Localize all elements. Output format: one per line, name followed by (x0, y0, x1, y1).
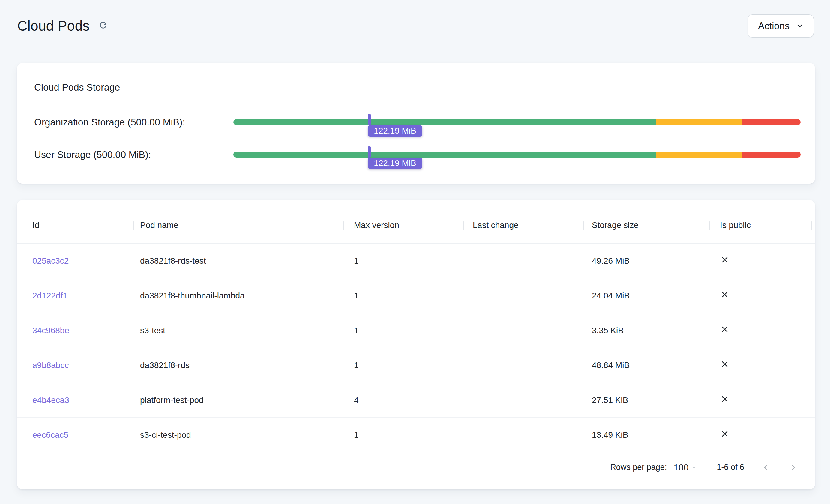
pod-id-link[interactable]: 2d122df1 (32, 291, 67, 300)
max-version-cell: 1 (344, 360, 463, 370)
bar-zone-green (233, 119, 656, 125)
actions-label: Actions (758, 21, 790, 32)
column-header-pod-name[interactable]: Pod name (133, 220, 344, 230)
not-public-icon (720, 429, 730, 439)
usage-tooltip: 122.19 MiB (368, 125, 422, 136)
page-title: Cloud Pods (18, 18, 90, 34)
page-header: Cloud Pods Actions (0, 0, 830, 52)
actions-dropdown-button[interactable]: Actions (747, 14, 814, 37)
max-version-cell: 1 (344, 291, 463, 301)
table-row[interactable]: 025ac3c2 da3821f8-rds-test 1 49.26 MiB (17, 244, 815, 278)
usage-tooltip: 122.19 MiB (368, 157, 422, 169)
column-separator (811, 221, 812, 230)
column-header-last-change[interactable]: Last change (463, 220, 583, 230)
storage-size-cell: 13.49 KiB (583, 430, 709, 440)
previous-page-button[interactable] (759, 460, 773, 475)
max-version-cell: 4 (344, 396, 463, 405)
max-version-cell: 1 (344, 256, 463, 266)
table-body: 025ac3c2 da3821f8-rds-test 1 49.26 MiB 2… (17, 244, 815, 452)
refresh-button[interactable] (97, 19, 111, 32)
pod-name-cell: s3-ci-test-pod (133, 430, 344, 440)
storage-size-cell: 49.26 MiB (583, 256, 709, 266)
table-row[interactable]: eec6cac5 s3-ci-test-pod 1 13.49 KiB (17, 418, 815, 452)
column-separator (709, 221, 710, 230)
pod-name-cell: da3821f8-thumbnail-lambda (133, 291, 344, 301)
chevron-right-icon (788, 462, 799, 473)
not-public-icon (720, 290, 730, 300)
bar-zone-orange (656, 119, 742, 125)
max-version-cell: 1 (344, 430, 463, 440)
not-public-icon (720, 359, 730, 369)
column-separator (463, 221, 464, 230)
pod-id-link[interactable]: a9b8abcc (32, 360, 69, 370)
storage-card: Cloud Pods Storage Organization Storage … (17, 63, 815, 184)
org-storage-bar: 122.19 MiB (233, 119, 801, 125)
table-row[interactable]: e4b4eca3 platform-test-pod 4 27.51 KiB (17, 383, 815, 418)
user-storage-bar: 122.19 MiB (233, 152, 801, 157)
column-separator (344, 221, 344, 230)
storage-bar-track (233, 119, 801, 125)
pod-id-link[interactable]: eec6cac5 (32, 430, 68, 440)
column-header-max-version[interactable]: Max version (344, 220, 463, 230)
bar-zone-green (233, 152, 656, 157)
storage-bar-track (233, 152, 801, 157)
not-public-icon (720, 324, 730, 334)
chevron-left-icon (760, 462, 771, 473)
pagination-range: 1-6 of 6 (716, 463, 744, 472)
org-storage-label: Organization Storage (500.00 MiB): (34, 117, 233, 128)
bar-zone-red (742, 119, 801, 125)
table-pagination: Rows per page: 100 1-6 of 6 (17, 450, 815, 489)
bar-zone-orange (656, 152, 742, 157)
not-public-icon (720, 255, 730, 264)
rows-per-page-select[interactable]: 100 (673, 462, 699, 472)
not-public-icon (720, 394, 730, 404)
chevron-down-icon (795, 21, 804, 31)
pod-name-cell: da3821f8-rds (133, 360, 344, 370)
user-storage-label: User Storage (500.00 MiB): (34, 149, 233, 160)
next-page-button[interactable] (786, 460, 801, 475)
table-row[interactable]: 2d122df1 da3821f8-thumbnail-lambda 1 24.… (17, 278, 815, 313)
storage-card-title: Cloud Pods Storage (34, 82, 120, 93)
pod-name-cell: da3821f8-rds-test (133, 256, 344, 266)
pods-table-card: Id Pod name Max version Last change Stor… (17, 200, 815, 489)
table-row[interactable]: 34c968be s3-test 1 3.35 KiB (17, 313, 815, 348)
pod-id-link[interactable]: 025ac3c2 (32, 256, 69, 265)
storage-size-cell: 24.04 MiB (583, 291, 709, 301)
user-storage-row: User Storage (500.00 MiB): 122.19 MiB (34, 147, 801, 162)
column-separator (133, 221, 134, 230)
org-storage-row: Organization Storage (500.00 MiB): 122.1… (34, 115, 801, 130)
max-version-cell: 1 (344, 326, 463, 336)
pod-id-link[interactable]: 34c968be (32, 326, 69, 335)
column-header-id[interactable]: Id (17, 220, 133, 230)
dropdown-caret-icon (690, 463, 699, 472)
storage-size-cell: 27.51 KiB (583, 396, 709, 405)
rows-per-page-label: Rows per page: (610, 463, 667, 472)
column-header-storage-size[interactable]: Storage size (583, 220, 709, 230)
usage-marker (368, 114, 371, 125)
bar-zone-red (742, 152, 801, 157)
table-row[interactable]: a9b8abcc da3821f8-rds 1 48.84 MiB (17, 348, 815, 383)
table-header-row: Id Pod name Max version Last change Stor… (17, 200, 815, 244)
pod-id-link[interactable]: e4b4eca3 (32, 396, 69, 405)
pod-name-cell: platform-test-pod (133, 396, 344, 405)
rows-per-page-value: 100 (673, 462, 689, 472)
cloud-pods-page: Cloud Pods Actions Cloud Pods Storage Or… (0, 0, 830, 504)
column-separator (583, 221, 584, 230)
pod-name-cell: s3-test (133, 326, 344, 336)
refresh-icon (98, 21, 109, 32)
usage-marker (368, 147, 371, 157)
storage-size-cell: 48.84 MiB (583, 360, 709, 370)
column-header-is-public[interactable]: Is public (709, 220, 815, 230)
storage-size-cell: 3.35 KiB (583, 326, 709, 336)
